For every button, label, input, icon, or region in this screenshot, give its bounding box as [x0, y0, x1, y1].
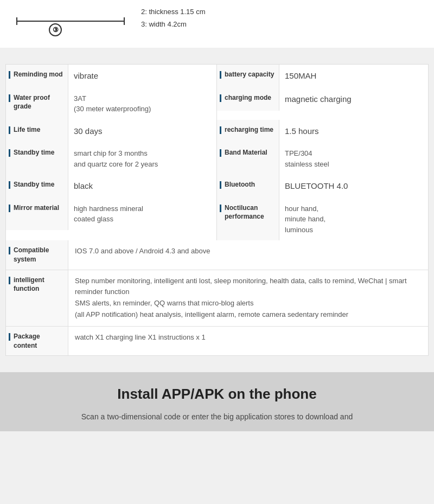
label-intelligent-function: intelligent function: [6, 270, 68, 326]
value-water-proof: 3AT(30 meter waterproofing): [68, 88, 216, 120]
inner-row-water: Water proof grade 3AT(30 meter waterproo…: [6, 88, 216, 120]
spec-line-2: 3: width 4.2cm: [141, 18, 423, 30]
top-spacer: [0, 48, 434, 64]
label-package-content: Package content: [6, 327, 68, 356]
label-standby-time-2: Standby time: [6, 175, 68, 198]
label-compatible-system: Compatible system: [6, 240, 68, 270]
top-section: ③ 2: thickness 1.15 cm 3: width 4.2cm: [0, 0, 434, 48]
spec-row-compatible: Compatible system IOS 7.0 and above / An…: [6, 240, 428, 270]
inner-row-reminding: Reminding mod vibrate: [6, 65, 216, 88]
spec-line-1: 2: thickness 1.15 cm: [141, 5, 423, 18]
label-bluetooth: Bluetooth: [217, 175, 279, 198]
label-life-time: Life time: [6, 120, 68, 143]
spec-right-4: Band Material TPE/304stainless steel: [217, 143, 428, 175]
label-battery-capacity: battery capacity: [217, 65, 279, 88]
value-recharging-time: 1.5 hours: [279, 120, 428, 143]
spec-left-3: Life time 30 days: [6, 120, 217, 143]
value-mirror-material: high hardness mineralcoated glass: [68, 198, 216, 230]
bottom-spacer: [0, 356, 434, 372]
spec-row-package: Package content watch X1 charging line X…: [6, 327, 428, 356]
label-charging-mode: charging mode: [217, 88, 279, 111]
spec-row-5: Standby time black Bluetooth BLUETOOTH 4…: [6, 175, 428, 198]
label-water-proof: Water proof grade: [6, 88, 68, 120]
inner-row-lifetime: Life time 30 days: [6, 120, 216, 143]
spec-left-6: Mirror material high hardness mineralcoa…: [6, 198, 217, 241]
label-reminding-mod: Reminding mod: [6, 65, 68, 88]
spec-row-6: Mirror material high hardness mineralcoa…: [6, 198, 428, 241]
spec-row-intelligent: intelligent function Step number monitor…: [6, 270, 428, 327]
label-recharging-time: recharging time: [217, 120, 279, 143]
inner-row-standby2: Standby time black: [6, 175, 216, 198]
marker-3: ③: [49, 23, 62, 36]
inner-row-mirror: Mirror material high hardness mineralcoa…: [6, 198, 216, 230]
label-standby-time-1: Standby time: [6, 143, 68, 175]
value-package-content: watch X1 charging line X1 instructions x…: [68, 327, 428, 356]
h-line: [16, 21, 125, 22]
label-mirror-material: Mirror material: [6, 198, 68, 230]
spec-row-3: Life time 30 days recharging time 1.5 ho…: [6, 120, 428, 143]
spec-left-5: Standby time black: [6, 175, 217, 198]
cta-title: Install APP/APK on the phone: [11, 386, 423, 403]
value-life-time: 30 days: [68, 120, 216, 143]
label-noctilucan: Noctilucan performance: [217, 198, 279, 241]
spec-row-2: Water proof grade 3AT(30 meter waterproo…: [6, 88, 428, 120]
diagram-area: ③: [11, 5, 130, 37]
spec-right-2: charging mode magnetic charging: [217, 88, 428, 120]
inner-row-charging-mode: charging mode magnetic charging: [217, 88, 428, 111]
inner-row-battery: battery capacity 150MAH: [217, 65, 428, 88]
inner-row-noctilucan: Noctilucan performance hour hand,minute …: [217, 198, 428, 241]
value-compatible-system: IOS 7.0 and above / Android 4.3 and abov…: [68, 240, 428, 270]
inner-row-standby1: Standby time smart chip for 3 monthsand …: [6, 143, 216, 175]
value-standby-time-2: black: [68, 175, 216, 198]
inner-row-recharging: recharging time 1.5 hours: [217, 120, 428, 143]
spec-right-5: Bluetooth BLUETOOTH 4.0: [217, 175, 428, 198]
spec-row-4: Standby time smart chip for 3 monthsand …: [6, 143, 428, 175]
cta-section: Install APP/APK on the phone Scan a two-…: [0, 372, 434, 431]
inner-row-bluetooth: Bluetooth BLUETOOTH 4.0: [217, 175, 428, 198]
spec-right-3: recharging time 1.5 hours: [217, 120, 428, 143]
measurement-lines: ③: [11, 10, 130, 37]
spec-row-1: Reminding mod vibrate battery capacity 1…: [6, 65, 428, 88]
spec-left-4: Standby time smart chip for 3 monthsand …: [6, 143, 217, 175]
cta-description: Scan a two-dimensional code or enter the…: [11, 411, 423, 423]
value-battery-capacity: 150MAH: [279, 65, 428, 88]
value-noctilucan: hour hand,minute hand,luminous: [279, 198, 428, 241]
value-standby-time-1: smart chip for 3 monthsand quartz core f…: [68, 143, 216, 175]
value-intelligent-function: Step number monitoring, intelligent anti…: [68, 270, 428, 326]
spec-table-section: Reminding mod vibrate battery capacity 1…: [5, 64, 429, 356]
value-reminding-mod: vibrate: [68, 65, 216, 88]
spec-right-1: battery capacity 150MAH: [217, 65, 428, 88]
value-band-material: TPE/304stainless steel: [279, 143, 428, 175]
value-charging-mode: magnetic charging: [279, 88, 428, 111]
spec-left-2: Water proof grade 3AT(30 meter waterproo…: [6, 88, 217, 120]
value-bluetooth: BLUETOOTH 4.0: [279, 175, 428, 198]
inner-row-band-material: Band Material TPE/304stainless steel: [217, 143, 428, 175]
label-band-material: Band Material: [217, 143, 279, 175]
spec-left-1: Reminding mod vibrate: [6, 65, 217, 88]
specs-text: 2: thickness 1.15 cm 3: width 4.2cm: [130, 5, 423, 31]
spec-right-6: Noctilucan performance hour hand,minute …: [217, 198, 428, 241]
